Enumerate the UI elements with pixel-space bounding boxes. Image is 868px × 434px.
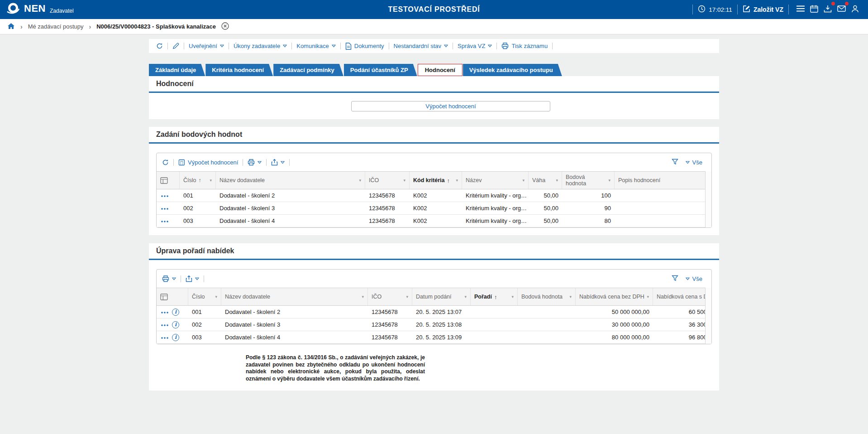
- row-menu-icon[interactable]: [161, 202, 169, 214]
- profile-button[interactable]: [848, 3, 862, 16]
- table-row[interactable]: 002 Dodavatel - školení 3 12345678 K002 …: [157, 202, 705, 215]
- filter-chevron-icon[interactable]: ▾: [454, 178, 458, 183]
- divider: [167, 43, 168, 49]
- column-header-ico[interactable]: IČO▾: [365, 172, 410, 189]
- menu-nestandardni-stav[interactable]: Nestandardní stav: [394, 43, 448, 49]
- menu-komunikace[interactable]: Komunikace: [296, 43, 336, 49]
- column-header-datum-podani[interactable]: Datum podání▾: [412, 288, 471, 305]
- row-menu-icon[interactable]: [161, 189, 169, 202]
- refresh-button[interactable]: [162, 159, 169, 166]
- column-header-bodova-hodnota[interactable]: Bodová hodnota▾: [562, 172, 615, 189]
- view-all-control[interactable]: Vše: [686, 159, 702, 166]
- vertical-scrollbar[interactable]: [705, 171, 711, 227]
- tab-vysledek[interactable]: Výsledek zadávacího postupu: [463, 64, 562, 76]
- filter-chevron-icon[interactable]: ▾: [401, 178, 405, 183]
- filter-chevron-icon[interactable]: ▾: [404, 294, 408, 299]
- tab-zadavaci-podminky[interactable]: Zadávací podmínky: [273, 64, 343, 76]
- print-button[interactable]: [162, 275, 176, 282]
- filter-chevron-icon[interactable]: ▾: [463, 294, 467, 299]
- filter-chevron-icon[interactable]: ▾: [554, 178, 558, 183]
- filter-chevron-icon[interactable]: ▾: [645, 294, 649, 299]
- chevron-down-icon: [220, 44, 224, 48]
- divider: [229, 43, 229, 49]
- column-header-ico[interactable]: IČO▾: [368, 288, 412, 305]
- filter-chevron-icon[interactable]: ▾: [510, 294, 514, 299]
- column-header-cena-bez-dph[interactable]: Nabídková cena bez DPH▾: [576, 288, 653, 305]
- refresh-button[interactable]: [156, 43, 163, 49]
- calendar-button[interactable]: [807, 3, 821, 16]
- filter-chevron-icon[interactable]: ▾: [357, 178, 361, 183]
- export-button[interactable]: [186, 275, 199, 282]
- close-record-icon[interactable]: [221, 22, 229, 31]
- vypocet-hodnoceni-grid-button[interactable]: Výpočet hodnocení: [178, 159, 238, 166]
- offers-grid-header: Číslo▾ Název dodavatele▾ IČO▾ Datum podá…: [157, 288, 705, 306]
- info-icon[interactable]: i: [172, 309, 179, 316]
- section-hodnoceni-body: Výpočet hodnocení: [149, 93, 719, 119]
- menu-uverejneni[interactable]: Uveřejnění: [189, 43, 224, 49]
- column-header-popis-hodnoceni[interactable]: Popis hodnocení: [615, 172, 705, 189]
- vertical-scrollbar[interactable]: [705, 288, 711, 344]
- print-record-button[interactable]: Tisk záznamu: [501, 43, 548, 49]
- tab-zakladni-udaje[interactable]: Základní údaje: [149, 64, 205, 76]
- column-header-poradi[interactable]: Pořadí↑▾: [471, 288, 518, 305]
- filter-icon[interactable]: [672, 275, 678, 283]
- filter-icon[interactable]: [672, 159, 678, 166]
- table-row[interactable]: 001 Dodavatel - školení 2 12345678 K002 …: [157, 189, 705, 202]
- menu-ukony-zadavatele[interactable]: Úkony zadavatele: [234, 43, 287, 49]
- table-row[interactable]: 003 Dodavatel - školení 4 12345678 K002 …: [157, 215, 705, 227]
- column-header-nazev[interactable]: Název▾: [462, 172, 529, 189]
- create-vz-button[interactable]: Založit VZ: [743, 5, 783, 14]
- menu-button[interactable]: [794, 3, 807, 16]
- divider: [389, 43, 389, 49]
- messages-button[interactable]: [835, 3, 848, 16]
- printer-icon: [162, 275, 169, 282]
- breadcrumb-item-postupy[interactable]: Mé zadávací postupy: [28, 23, 84, 30]
- filter-chevron-icon[interactable]: ▾: [208, 178, 212, 183]
- home-icon[interactable]: [7, 23, 15, 31]
- info-icon[interactable]: i: [172, 334, 179, 341]
- edit-button[interactable]: [172, 43, 179, 49]
- info-icon[interactable]: i: [172, 321, 179, 328]
- chevron-down-icon: [686, 161, 690, 164]
- menu-sprava-vz[interactable]: Správa VZ: [458, 43, 492, 49]
- filter-chevron-icon[interactable]: ▾: [520, 178, 525, 183]
- export-button[interactable]: [271, 159, 285, 166]
- table-row[interactable]: i 002 Dodavatel - školení 3 12345678 20.…: [157, 318, 705, 331]
- filter-chevron-icon[interactable]: ▾: [213, 294, 217, 299]
- brand[interactable]: NEN Zadavatel: [6, 2, 74, 17]
- column-chooser[interactable]: [157, 288, 188, 305]
- column-header-cislo[interactable]: Číslo↑▾: [180, 172, 216, 189]
- column-chooser[interactable]: [157, 172, 180, 189]
- filter-chevron-icon[interactable]: ▾: [568, 294, 572, 299]
- divider: [173, 159, 174, 166]
- downloads-button[interactable]: [821, 3, 835, 16]
- table-row[interactable]: i 003 Dodavatel - školení 4 12345678 20.…: [157, 331, 705, 344]
- column-header-nazev-dodavatele[interactable]: Název dodavatele▾: [221, 288, 368, 305]
- tab-kriteria-hodnoceni[interactable]: Kritéria hodnocení: [205, 64, 273, 76]
- row-menu-icon[interactable]: [161, 318, 169, 331]
- tab-podani-ucastniku[interactable]: Podání účastníků ZP: [344, 64, 417, 76]
- column-header-cena-s-dph[interactable]: Nabídková cena s DPH: [653, 288, 705, 305]
- tab-hodnoceni[interactable]: Hodnocení: [418, 64, 463, 76]
- record-action-toolbar: Uveřejnění Úkony zadavatele Komunikace D…: [149, 39, 719, 53]
- printer-icon: [501, 43, 509, 49]
- column-header-cislo[interactable]: Číslo▾: [188, 288, 221, 305]
- column-header-vaha[interactable]: Váha▾: [529, 172, 562, 189]
- table-row[interactable]: i 001 Dodavatel - školení 2 12345678 20.…: [157, 306, 705, 318]
- row-menu-icon[interactable]: [161, 306, 169, 318]
- print-button[interactable]: [248, 159, 262, 166]
- column-header-bodova-hodnota[interactable]: Bodová hodnota▾: [518, 288, 576, 305]
- filter-chevron-icon[interactable]: ▾: [360, 294, 364, 299]
- offers-grid: Číslo▾ Název dodavatele▾ IČO▾ Datum podá…: [157, 288, 705, 344]
- row-menu-icon[interactable]: [161, 331, 169, 343]
- filter-chevron-icon[interactable]: ▾: [606, 178, 610, 183]
- row-menu-icon[interactable]: [161, 215, 169, 227]
- points-grid-panel: Výpočet hodnocení Vše: [156, 153, 712, 228]
- menu-dokumenty[interactable]: Dokumenty: [345, 43, 384, 50]
- column-header-kod-kriteria[interactable]: Kód kritéria↑▾: [410, 172, 462, 189]
- divider: [184, 43, 184, 49]
- column-header-nazev-dodavatele[interactable]: Název dodavatele▾: [216, 172, 365, 189]
- view-all-control[interactable]: Vše: [686, 275, 702, 282]
- section-title-poradi: Úprava pořadí nabídek: [149, 243, 719, 260]
- vypocet-hodnoceni-button[interactable]: Výpočet hodnocení: [351, 101, 550, 111]
